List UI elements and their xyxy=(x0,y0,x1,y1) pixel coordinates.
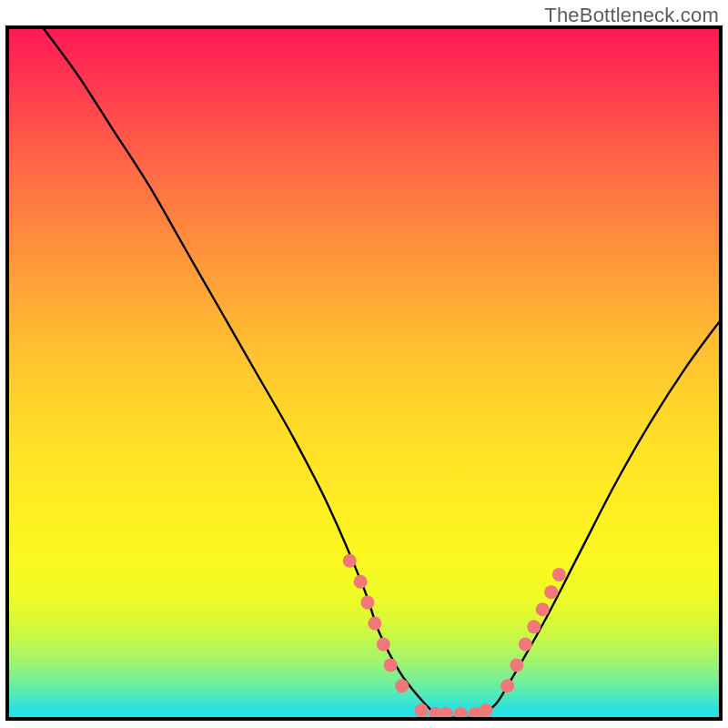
dot xyxy=(377,637,390,651)
watermark-text: TheBottleneck.com xyxy=(544,4,719,27)
dot xyxy=(440,707,453,721)
dot xyxy=(368,617,381,631)
dot xyxy=(544,585,558,599)
dot xyxy=(343,554,357,568)
dot xyxy=(354,575,368,589)
dot xyxy=(536,602,550,616)
curve-path xyxy=(41,25,723,718)
highlight-dots xyxy=(343,554,566,721)
chart-svg xyxy=(5,25,723,721)
dot xyxy=(415,703,429,717)
dot xyxy=(395,679,409,693)
dot xyxy=(552,568,566,581)
dot xyxy=(454,707,468,721)
dot xyxy=(384,658,398,672)
dot xyxy=(519,637,532,651)
dot xyxy=(360,596,374,610)
chart-frame xyxy=(5,25,723,721)
dot xyxy=(500,679,514,693)
dot xyxy=(527,620,541,633)
bottleneck-curve xyxy=(41,25,723,718)
dot xyxy=(510,658,523,672)
dot xyxy=(479,703,492,717)
